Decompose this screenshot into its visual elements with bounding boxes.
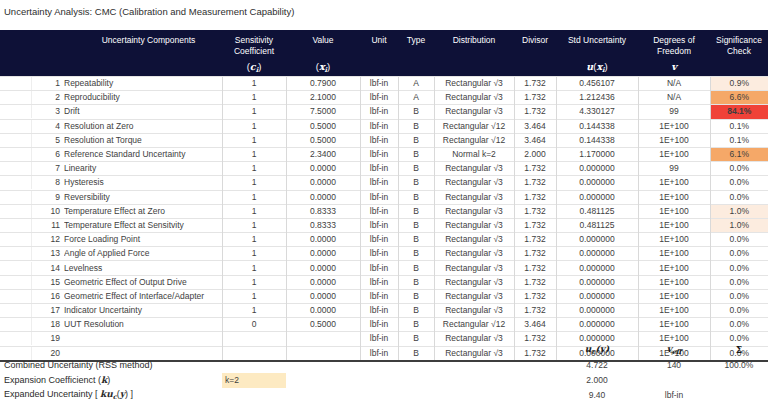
significance-total-value[interactable]: 100.0% [710, 359, 768, 373]
cell-sensitivity-coefficient[interactable]: 1 [222, 133, 286, 147]
cell-divisor[interactable]: 1.732 [514, 233, 556, 247]
cell-degrees-of-freedom[interactable]: 1E+100 [638, 147, 710, 161]
cell-degrees-of-freedom[interactable]: 1E+100 [638, 247, 710, 261]
cell-std-uncertainty[interactable]: 0.000000 [556, 289, 638, 303]
combined-uncertainty-value[interactable]: 4.722 [556, 359, 638, 373]
cell-degrees-of-freedom[interactable]: 1E+100 [638, 176, 710, 190]
cell-unit[interactable]: lbf-in [360, 91, 398, 105]
cell-divisor[interactable]: 1.732 [514, 105, 556, 119]
cell-type[interactable]: B [398, 275, 434, 289]
cell-std-uncertainty[interactable]: 0.481125 [556, 218, 638, 232]
effective-dof-value[interactable]: 140 [638, 359, 710, 373]
cell-value[interactable]: 0.0000 [286, 190, 360, 204]
cell-degrees-of-freedom[interactable]: 1E+100 [638, 318, 710, 332]
cell-type[interactable]: B [398, 304, 434, 318]
cell-distribution[interactable]: Rectangular √3 [434, 91, 514, 105]
cell-significance-check[interactable]: 1.0% [710, 218, 768, 232]
cell-unit[interactable]: lbf-in [360, 204, 398, 218]
cell-sensitivity-coefficient[interactable]: 1 [222, 247, 286, 261]
cell-sensitivity-coefficient[interactable]: 1 [222, 190, 286, 204]
cell-component-name[interactable]: 7Linearity [0, 162, 222, 176]
cell-unit[interactable]: lbf-in [360, 190, 398, 204]
cell-std-uncertainty[interactable]: 0.000000 [556, 233, 638, 247]
cell-distribution[interactable]: Rectangular √3 [434, 275, 514, 289]
cell-divisor[interactable]: 1.732 [514, 261, 556, 275]
cell-type[interactable]: B [398, 204, 434, 218]
cell-significance-check[interactable]: 0.9% [710, 77, 768, 91]
cell-distribution[interactable]: Rectangular √3 [434, 176, 514, 190]
cell-distribution[interactable]: Rectangular √3 [434, 289, 514, 303]
cell-sensitivity-coefficient[interactable]: 1 [222, 162, 286, 176]
cell-unit[interactable]: lbf-in [360, 304, 398, 318]
cell-distribution[interactable]: Rectangular √3 [434, 204, 514, 218]
cell-value[interactable]: 0.5000 [286, 119, 360, 133]
cell-value[interactable]: 0.8333 [286, 204, 360, 218]
cell-distribution[interactable]: Rectangular √12 [434, 318, 514, 332]
cell-value[interactable]: 0.0000 [286, 176, 360, 190]
cell-significance-check[interactable]: 0.0% [710, 247, 768, 261]
cell-type[interactable]: B [398, 119, 434, 133]
cell-sensitivity-coefficient[interactable]: 1 [222, 304, 286, 318]
cell-sensitivity-coefficient[interactable]: 1 [222, 261, 286, 275]
cell-divisor[interactable]: 1.732 [514, 176, 556, 190]
cell-type[interactable]: B [398, 105, 434, 119]
cell-component-name[interactable]: 2Reproducibility [0, 91, 222, 105]
cell-sensitivity-coefficient[interactable]: 1 [222, 91, 286, 105]
cell-unit[interactable]: lbf-in [360, 318, 398, 332]
cell-value[interactable]: 0.0000 [286, 275, 360, 289]
cell-divisor[interactable]: 1.732 [514, 162, 556, 176]
cell-type[interactable]: B [398, 233, 434, 247]
cell-distribution[interactable]: Rectangular √12 [434, 119, 514, 133]
cell-divisor[interactable]: 2.000 [514, 147, 556, 161]
cell-std-uncertainty[interactable]: 0.000000 [556, 318, 638, 332]
cell-unit[interactable]: lbf-in [360, 176, 398, 190]
cell-distribution[interactable]: Rectangular √3 [434, 190, 514, 204]
cell-sensitivity-coefficient[interactable]: 1 [222, 105, 286, 119]
cell-component-name[interactable]: 3Drift [0, 105, 222, 119]
cell-type[interactable]: A [398, 77, 434, 91]
cell-value[interactable]: 0.5000 [286, 318, 360, 332]
cell-significance-check[interactable]: 0.1% [710, 133, 768, 147]
cell-std-uncertainty[interactable]: 0.000000 [556, 162, 638, 176]
cell-degrees-of-freedom[interactable]: 99 [638, 162, 710, 176]
cell-significance-check[interactable]: 84.1% [710, 105, 768, 119]
cell-value[interactable]: 0.0000 [286, 304, 360, 318]
cell-sensitivity-coefficient[interactable]: 1 [222, 289, 286, 303]
cell-unit[interactable]: lbf-in [360, 133, 398, 147]
cell-value[interactable]: 7.5000 [286, 105, 360, 119]
cell-degrees-of-freedom[interactable]: 1E+100 [638, 233, 710, 247]
cell-value[interactable]: 0.0000 [286, 162, 360, 176]
cell-distribution[interactable]: Rectangular √12 [434, 133, 514, 147]
cell-component-name[interactable]: 16Geometric Effect of Interface/Adapter [0, 289, 222, 303]
cell-divisor[interactable]: 1.732 [514, 247, 556, 261]
cell-significance-check[interactable]: 0.0% [710, 233, 768, 247]
cell-divisor[interactable]: 1.732 [514, 77, 556, 91]
cell-type[interactable]: B [398, 318, 434, 332]
cell-distribution[interactable]: Rectangular √3 [434, 247, 514, 261]
cell-component-name[interactable]: 10Temperature Effect at Zero [0, 204, 222, 218]
cell-divisor[interactable]: 1.732 [514, 304, 556, 318]
cell-divisor[interactable]: 1.732 [514, 91, 556, 105]
cell-significance-check[interactable]: 0.0% [710, 289, 768, 303]
cell-component-name[interactable]: 18UUT Resolution [0, 318, 222, 332]
cell-significance-check[interactable]: 0.0% [710, 261, 768, 275]
cell-significance-check[interactable]: 0.0% [710, 304, 768, 318]
cell-significance-check[interactable]: 0.0% [710, 318, 768, 332]
cell-degrees-of-freedom[interactable]: 1E+100 [638, 275, 710, 289]
cell-component-name[interactable]: 9Reversibility [0, 190, 222, 204]
cell-std-uncertainty[interactable]: 1.170000 [556, 147, 638, 161]
cell-std-uncertainty[interactable]: 0.000000 [556, 176, 638, 190]
cell-distribution[interactable]: Rectangular √3 [434, 304, 514, 318]
cell-distribution[interactable]: Rectangular √3 [434, 105, 514, 119]
cell-component-name[interactable]: 11Temperature Effect at Sensitvity [0, 218, 222, 232]
cell-value[interactable]: 0.0000 [286, 233, 360, 247]
cell-sensitivity-coefficient[interactable]: 1 [222, 176, 286, 190]
cell-degrees-of-freedom[interactable]: 1E+100 [638, 261, 710, 275]
cell-type[interactable]: B [398, 218, 434, 232]
cell-degrees-of-freedom[interactable]: 1E+100 [638, 289, 710, 303]
cell-significance-check[interactable]: 0.0% [710, 162, 768, 176]
cell-std-uncertainty[interactable]: 0.144338 [556, 119, 638, 133]
cell-std-uncertainty[interactable]: 0.000000 [556, 304, 638, 318]
cell-divisor[interactable]: 1.732 [514, 190, 556, 204]
cell-component-name[interactable]: 15Geometric Effect of Output Drive [0, 275, 222, 289]
